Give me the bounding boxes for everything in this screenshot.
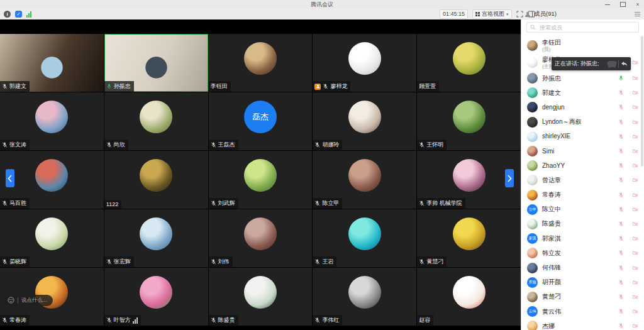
video-tile[interactable]: 李钰田: [209, 34, 313, 92]
participant-avatar: [348, 276, 381, 309]
video-tile[interactable]: 张宏辉: [104, 209, 208, 267]
member-search-box[interactable]: [526, 22, 639, 33]
member-list-item[interactable]: 常春涛: [527, 188, 638, 202]
member-list-item[interactable]: 曾达章: [527, 173, 638, 187]
minimize-button[interactable]: [604, 1, 611, 8]
participant-name: 陈立甲: [322, 199, 339, 207]
participant-name-label: 王岩: [313, 256, 336, 267]
video-tile[interactable]: 孙振忠: [104, 34, 208, 92]
participant-avatar: [453, 101, 486, 133]
mic-status-icon: [106, 259, 112, 265]
video-tile[interactable]: 刘武辉: [209, 151, 313, 209]
member-list-item[interactable]: Lyndon～再叙: [527, 115, 638, 129]
video-tile[interactable]: 马百胜: [0, 151, 104, 209]
member-list-item[interactable]: 立中 陈立中: [527, 202, 638, 217]
video-tile[interactable]: 叶智方: [104, 268, 208, 326]
mic-status-icon: [2, 317, 8, 323]
participant-name: 孙振忠: [114, 82, 131, 91]
video-tile[interactable]: 刘伟: [209, 209, 313, 267]
member-list-item[interactable]: 黄楚刁: [527, 290, 638, 304]
member-list-item[interactable]: 何伟锋: [527, 260, 638, 275]
member-list-item[interactable]: 开颜 胡开颜: [527, 275, 638, 290]
quick-chat-input[interactable]: 说点什么...: [4, 295, 53, 306]
member-list-item[interactable]: 李钰田 (我): [527, 37, 638, 54]
view-mode-button[interactable]: 宫格视图 ▾: [472, 9, 512, 19]
participant-name-label: 胡娜玲: [313, 140, 342, 150]
member-list-item[interactable]: 郭建文: [527, 85, 638, 100]
close-button[interactable]: ×: [634, 1, 641, 8]
member-list-item[interactable]: dengjun: [527, 100, 638, 114]
video-tile[interactable]: 陈盛贵: [209, 268, 313, 326]
member-list-item[interactable]: ZhaoYY: [527, 158, 638, 173]
member-avatar: [527, 321, 538, 330]
member-list-item[interactable]: shirleyXIE: [527, 129, 638, 144]
video-tile[interactable]: 1122: [104, 151, 208, 209]
participant-avatar: 磊杰: [244, 101, 277, 133]
video-tile[interactable]: 廖梓龙: [313, 34, 416, 92]
video-tile[interactable]: 王岩: [313, 209, 416, 267]
participant-name-label: 刘伟: [209, 256, 233, 267]
participant-name-label: 孙振忠: [104, 81, 134, 92]
member-list-item[interactable]: Simi: [527, 144, 638, 158]
member-name: 黄云伟: [542, 308, 561, 316]
member-name: shirleyXIE: [542, 133, 570, 140]
member-name: Lyndon～再叙: [542, 118, 581, 126]
member-avatar: [527, 263, 538, 273]
video-tile[interactable]: 郭建文: [0, 34, 104, 92]
member-avatar: [527, 292, 538, 302]
reply-arrow-icon[interactable]: [621, 61, 628, 67]
member-list-item[interactable]: 家淇 郭家淇: [527, 231, 638, 246]
video-tile[interactable]: 张文涛: [0, 92, 104, 150]
security-shield-icon[interactable]: ✓: [15, 11, 22, 18]
member-list-item[interactable]: 云伟 黄云伟: [527, 304, 638, 319]
participant-name-label: 王磊杰: [209, 140, 238, 150]
participant-avatar: [348, 42, 381, 75]
participant-avatar: [140, 101, 172, 133]
video-tile[interactable]: 顾萱萱: [417, 34, 521, 92]
scrollbar-thumb[interactable]: [641, 36, 643, 167]
camera-status-icon: [632, 134, 638, 140]
participant-name: 顾萱萱: [419, 82, 436, 91]
participant-name: 廖梓龙: [330, 82, 347, 91]
video-tile[interactable]: 胡娜玲: [313, 92, 416, 150]
speaking-toast: 正在讲话: 孙振忠;: [552, 57, 631, 70]
mic-status-icon: [618, 265, 624, 271]
meeting-info-icon[interactable]: i: [4, 11, 11, 18]
participant-name-label: 马百胜: [0, 198, 30, 209]
camera-status-icon: [632, 104, 638, 110]
video-tile[interactable]: 晏晓辉: [0, 209, 104, 267]
video-tile[interactable]: 尚欣: [104, 92, 208, 150]
member-list[interactable]: 李钰田 (我) 廖梓龙 (主持人) 孙振忠 郭建文: [521, 36, 644, 330]
video-tile[interactable]: 王怀明: [417, 92, 521, 150]
mic-status-icon: [211, 201, 216, 206]
panel-menu-icon[interactable]: [635, 12, 640, 16]
member-avatar: [527, 131, 538, 142]
member-list-item[interactable]: 杰娜: [527, 319, 638, 330]
next-page-button[interactable]: [505, 169, 514, 187]
search-input[interactable]: [538, 24, 635, 31]
video-tile[interactable]: 李伟红: [313, 268, 416, 326]
member-avatar: [527, 87, 538, 98]
grid-view-icon: [475, 12, 480, 16]
video-tile[interactable]: 磊杰 王磊杰: [209, 92, 313, 150]
prev-page-button[interactable]: [6, 169, 14, 187]
member-list-item[interactable]: 陈盛贵: [527, 217, 638, 231]
host-badge-icon: [314, 84, 321, 90]
mic-status-icon: [618, 221, 624, 227]
video-tile[interactable]: 陈立甲: [313, 151, 416, 209]
participant-name-label: 尚欣: [104, 140, 128, 150]
participant-name-label: 陈盛贵: [209, 315, 238, 326]
video-tile[interactable]: 赵容: [417, 268, 521, 326]
participant-name-label: 陈立甲: [313, 198, 342, 209]
member-list-item[interactable]: 韩立发: [527, 246, 638, 260]
restore-button[interactable]: [619, 1, 626, 8]
video-tile[interactable]: 黄慧刁: [417, 209, 521, 267]
participant-avatar: [453, 42, 486, 75]
participant-name-label: 叶智方: [104, 315, 141, 326]
mic-status-icon: [211, 259, 216, 265]
member-list-item[interactable]: 孙振忠: [527, 71, 638, 85]
participant-name-label: 黄慧刁: [417, 256, 447, 267]
member-name: 韩立发: [542, 250, 561, 257]
emoji-smiley-icon[interactable]: [8, 295, 14, 306]
mic-status-icon: [618, 104, 624, 110]
